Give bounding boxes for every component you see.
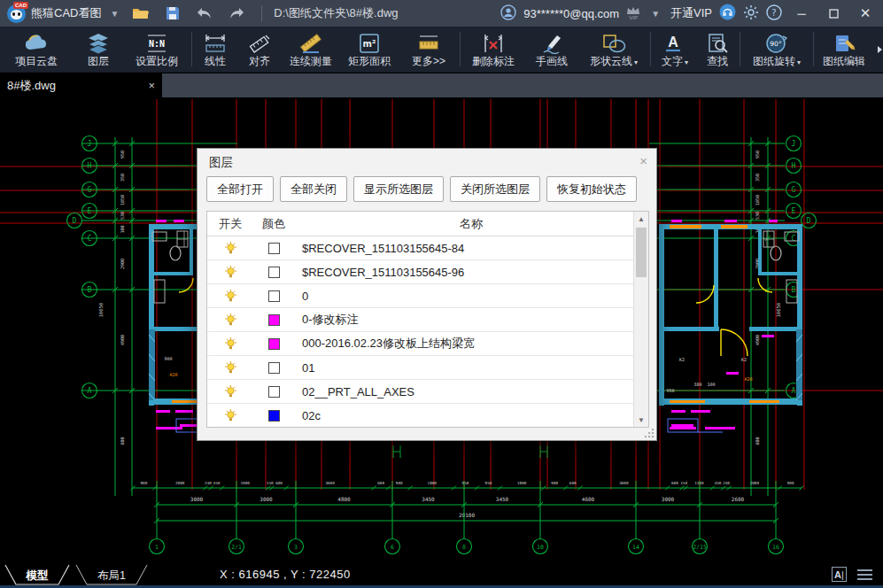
layer-row[interactable]: $RECOVER_151103155645-96	[207, 260, 633, 284]
user-avatar-icon[interactable]	[500, 4, 516, 23]
svg-text:2080: 2080	[750, 481, 760, 485]
layer-color-swatch[interactable]	[268, 338, 280, 350]
layer-color-swatch[interactable]	[268, 386, 280, 398]
svg-text:3600: 3600	[619, 481, 629, 485]
toolbar-shape-cloud-button[interactable]: 形状云线	[579, 27, 648, 72]
scroll-down-icon[interactable]: ▼	[634, 413, 648, 427]
restore-initial-button[interactable]: 恢复初始状态	[546, 176, 637, 202]
tab-close-icon[interactable]: ×	[148, 79, 155, 92]
vip-crown-icon[interactable]: VIP	[626, 6, 640, 21]
layer-toggle[interactable]	[207, 361, 253, 375]
layer-row[interactable]: $RECOVER_151103155645-84	[207, 236, 633, 260]
open-all-button[interactable]: 全部打开	[206, 176, 274, 202]
svg-text:C: C	[792, 235, 796, 243]
toolbar-delete-annotation-button[interactable]: 删除标注	[462, 27, 524, 72]
chevron-down-icon[interactable]: ▼	[110, 9, 119, 19]
layer-toggle[interactable]	[207, 313, 253, 327]
svg-text:B: B	[792, 286, 796, 294]
toolbar-text-button[interactable]: A 文字	[653, 27, 697, 72]
account-email[interactable]: 93******0@qq.com	[523, 7, 619, 20]
document-tab[interactable]: 8#楼.dwg ×	[0, 74, 162, 97]
svg-text:900: 900	[140, 481, 147, 485]
layer-toggle[interactable]	[207, 266, 253, 279]
menu-lines-icon[interactable]	[857, 569, 872, 580]
scrollbar-thumb[interactable]	[636, 228, 647, 277]
settings-gear-icon[interactable]	[743, 4, 759, 23]
toolbar-continuous-measure-button[interactable]: 连续测量	[283, 27, 339, 72]
close-button[interactable]: ✕	[853, 3, 878, 24]
close-all-button[interactable]: 全部关闭	[280, 176, 347, 202]
layer-row[interactable]: 000-2016.02.23修改板上结构梁宽	[207, 332, 633, 356]
svg-text:?: ?	[771, 8, 776, 18]
layer-row[interactable]: 02c	[207, 404, 633, 427]
toolbar-scale-button[interactable]: N:N 设置比例	[124, 27, 190, 72]
layer-row[interactable]: 02__PRT_ALL_AXES	[207, 380, 633, 404]
edit-drawing-icon	[831, 33, 857, 54]
layer-toggle[interactable]	[207, 242, 253, 255]
layer-toggle[interactable]	[207, 290, 253, 303]
layer-on-bulb-icon	[224, 361, 237, 375]
layer-name: 02c	[294, 409, 633, 422]
minimize-button[interactable]: ─	[789, 3, 814, 24]
help-icon[interactable]: ?	[766, 4, 782, 23]
svg-text:950: 950	[485, 481, 492, 485]
service-icon[interactable]	[719, 4, 736, 23]
layer-color-swatch[interactable]	[268, 267, 280, 278]
undo-icon[interactable]	[194, 4, 215, 22]
dialog-close-icon[interactable]: ×	[639, 153, 647, 168]
vip-upgrade-link[interactable]: 开通VIP	[670, 5, 712, 21]
redo-icon[interactable]	[226, 4, 247, 22]
svg-text:布局1: 布局1	[97, 569, 126, 582]
svg-text:A: A	[792, 387, 796, 395]
layer-row[interactable]: 01	[207, 356, 633, 380]
toolbar-linear-measure-button[interactable]: 线性	[194, 27, 236, 72]
cursor-coordinates: X : 616945 , Y : 722450	[220, 568, 351, 581]
show-selected-button[interactable]: 显示所选图层	[353, 176, 444, 202]
svg-text:1850: 1850	[755, 195, 760, 205]
toolbar-find-button[interactable]: 查找	[697, 27, 738, 72]
layer-name: 000-2016.02.23修改板上结构梁宽	[294, 336, 633, 352]
svg-text:100: 100	[707, 382, 715, 387]
svg-text:3000: 3000	[190, 496, 204, 502]
dialog-resize-grip[interactable]	[645, 429, 654, 437]
chevron-down-icon[interactable]: ▼	[651, 9, 660, 19]
open-folder-icon[interactable]	[130, 4, 151, 22]
model-tab[interactable]: 模型	[5, 565, 69, 584]
toolbar-more-button[interactable]: 更多>>	[399, 27, 458, 72]
toolbar-rect-area-button[interactable]: m² 矩形面积	[339, 27, 399, 72]
scale-icon: N:N	[143, 33, 170, 54]
layer-color-swatch[interactable]	[268, 362, 280, 374]
layer-toggle[interactable]	[207, 409, 253, 422]
app-title: 熊猫CAD看图	[31, 5, 101, 21]
svg-text:600: 600	[671, 481, 678, 485]
table-scrollbar[interactable]: ▲ ▼	[633, 212, 648, 427]
layer-color-swatch[interactable]	[268, 243, 280, 254]
toolbar-edit-drawing-button[interactable]: 图纸编辑	[816, 27, 872, 72]
layer-color-swatch[interactable]	[268, 314, 280, 326]
toolbar-project-cloud-button[interactable]: 项目云盘	[0, 27, 73, 72]
layout1-tab[interactable]: 布局1	[76, 565, 147, 584]
svg-text:900: 900	[551, 481, 558, 485]
scroll-up-icon[interactable]: ▲	[634, 212, 648, 226]
layer-color-swatch[interactable]	[268, 290, 280, 302]
toolbar-align-measure-button[interactable]: 对齐	[236, 27, 283, 72]
layer-row[interactable]: 0	[207, 284, 633, 308]
layer-on-bulb-icon	[224, 266, 237, 279]
layer-row[interactable]: 0-修改标注	[207, 308, 633, 332]
svg-text:J: J	[792, 140, 796, 148]
save-icon[interactable]	[162, 4, 183, 22]
maximize-button[interactable]	[821, 3, 846, 24]
svg-text:3450: 3450	[422, 496, 435, 502]
layer-toggle[interactable]	[207, 385, 253, 398]
layer-toggle[interactable]	[207, 337, 253, 351]
hide-selected-button[interactable]: 关闭所选图层	[450, 176, 540, 202]
annotation-toggle-icon[interactable]: A|	[832, 567, 847, 582]
toolbar-layers-button[interactable]: 图层	[73, 27, 124, 72]
svg-text:3600: 3600	[325, 481, 335, 485]
svg-text:950: 950	[666, 388, 674, 393]
toolbar-overflow-arrow-icon[interactable]	[878, 46, 882, 53]
svg-text:D: D	[73, 217, 77, 225]
toolbar-rotate-button[interactable]: 90° 图纸旋转	[742, 27, 811, 72]
toolbar-freehand-button[interactable]: 手画线	[524, 27, 579, 72]
layer-color-swatch[interactable]	[268, 410, 280, 422]
